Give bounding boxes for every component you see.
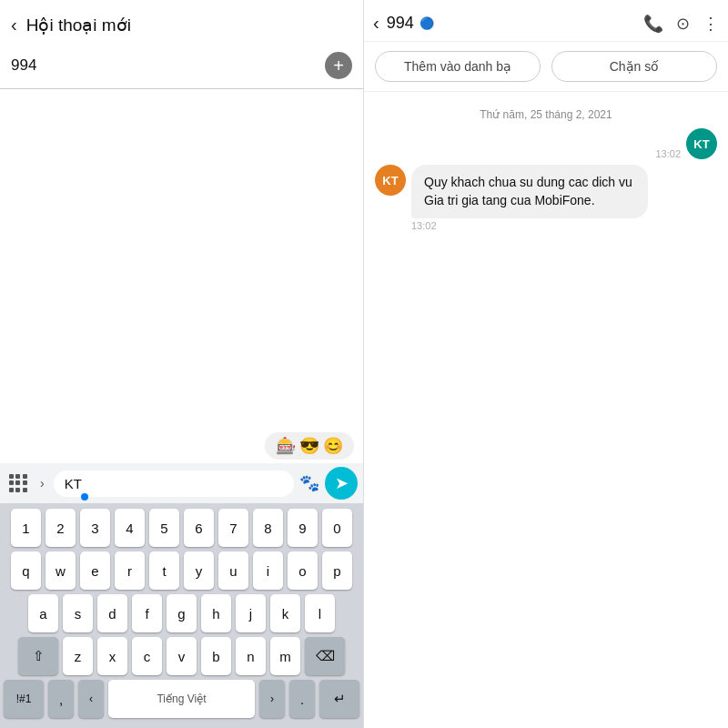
add-to-contacts-button[interactable]: Thêm vào danh bạ — [375, 51, 541, 82]
key-0[interactable]: 0 — [322, 509, 352, 547]
bottom-row: !#1 , ‹ Tiếng Việt › . ↵ — [4, 680, 359, 718]
key-i[interactable]: i — [253, 551, 283, 590]
recipient-input[interactable] — [11, 56, 318, 75]
key-d[interactable]: d — [97, 594, 127, 632]
row-qwerty: q w e r t y u i o p — [4, 551, 359, 590]
key-z[interactable]: z — [63, 637, 93, 675]
key-k[interactable]: k — [270, 594, 300, 632]
back-icon-left[interactable]: ‹ — [11, 15, 17, 35]
action-buttons: Thêm vào danh bạ Chặn số — [364, 42, 728, 92]
more-icon[interactable]: ⋮ — [703, 14, 719, 34]
emoji-suggestion-row: 🎰 😎 😊 — [0, 429, 363, 463]
key-w[interactable]: w — [46, 551, 76, 590]
key-h[interactable]: h — [201, 594, 231, 632]
key-q[interactable]: q — [11, 551, 41, 590]
sticker-icon[interactable]: 🐾 — [299, 473, 319, 493]
key-space[interactable]: Tiếng Việt — [108, 680, 255, 718]
right-header-icons: 📞 ⊙ ⋮ — [643, 14, 719, 34]
key-5[interactable]: 5 — [149, 509, 179, 547]
avatar-kt-right: KT — [686, 128, 717, 159]
key-v[interactable]: v — [167, 637, 197, 675]
row-asdf: a s d f g h j k l — [4, 594, 359, 632]
emoji-pill[interactable]: 🎰 😎 😊 — [265, 432, 354, 460]
key-g[interactable]: g — [167, 594, 197, 632]
video-icon[interactable]: ⊙ — [676, 14, 690, 34]
left-header: ‹ Hội thoại mới — [0, 0, 363, 43]
key-e[interactable]: e — [80, 551, 110, 590]
block-number-button[interactable]: Chặn số — [551, 51, 717, 82]
key-symbols[interactable]: !#1 — [4, 680, 44, 718]
key-a[interactable]: a — [28, 594, 58, 632]
message-row-left: KT Quy khach chua su dung cac dich vu Gi… — [375, 165, 717, 231]
right-title: 994 🔵 — [387, 14, 636, 33]
key-2[interactable]: 2 — [46, 509, 76, 547]
right-header: ‹ 994 🔵 📞 ⊙ ⋮ — [364, 0, 728, 42]
message-bubble-left: Quy khach chua su dung cac dich vu Gia t… — [411, 165, 648, 218]
key-7[interactable]: 7 — [218, 509, 248, 547]
chat-area: Thứ năm, 25 tháng 2, 2021 13:02 KT KT Qu… — [364, 92, 728, 728]
add-recipient-button[interactable]: + — [325, 52, 352, 79]
key-l[interactable]: l — [305, 594, 335, 632]
key-4[interactable]: 4 — [115, 509, 145, 547]
key-shift[interactable]: ⇧ — [18, 637, 58, 675]
keyboard-keys: 1 2 3 4 5 6 7 8 9 0 q w e r t y u i o — [0, 503, 363, 728]
key-c[interactable]: c — [132, 637, 162, 675]
left-panel: ‹ Hội thoại mới + 🎰 😎 😊 › KT — [0, 0, 364, 728]
verified-icon: 🔵 — [420, 16, 434, 30]
message-input-text: KT — [65, 476, 82, 491]
msg-left-footer: 13:02 — [411, 220, 648, 231]
cursor-dot — [81, 493, 88, 500]
phone-icon[interactable]: 📞 — [643, 14, 663, 34]
left-input-row: + — [0, 43, 363, 89]
key-8[interactable]: 8 — [253, 509, 283, 547]
keyboard-arrow[interactable]: › — [36, 472, 48, 494]
back-icon-right[interactable]: ‹ — [373, 13, 379, 34]
key-n[interactable]: n — [236, 637, 266, 675]
message-input-wrapper[interactable]: KT — [54, 470, 294, 497]
key-b[interactable]: b — [201, 637, 231, 675]
key-comma[interactable]: , — [48, 680, 74, 718]
key-u[interactable]: u — [218, 551, 248, 590]
left-title: Hội thoại mới — [26, 15, 131, 35]
msg-time-left: 13:02 — [411, 220, 437, 231]
key-j[interactable]: j — [236, 594, 266, 632]
keyboard-grid-icon[interactable] — [5, 470, 31, 496]
number-row: 1 2 3 4 5 6 7 8 9 0 — [4, 509, 359, 547]
key-1[interactable]: 1 — [11, 509, 41, 547]
sticker-icon-small: 🎰 — [276, 436, 296, 456]
message-row-right: 13:02 KT — [375, 128, 717, 159]
key-right-arrow[interactable]: › — [259, 680, 285, 718]
key-x[interactable]: x — [97, 637, 127, 675]
key-o[interactable]: o — [288, 551, 318, 590]
message-left-content: Quy khach chua su dung cac dich vu Gia t… — [411, 165, 648, 231]
contact-name: 994 — [387, 14, 414, 33]
key-p[interactable]: p — [322, 551, 352, 590]
key-3[interactable]: 3 — [80, 509, 110, 547]
key-9[interactable]: 9 — [288, 509, 318, 547]
left-content-area — [0, 89, 363, 429]
avatar-mobifone: KT — [375, 165, 406, 196]
row-zxcv: ⇧ z x c v b n m ⌫ — [4, 637, 359, 675]
keyboard-toolbar: › KT 🐾 ➤ — [0, 463, 363, 503]
key-f[interactable]: f — [132, 594, 162, 632]
emoji-1: 😎 — [299, 436, 319, 456]
key-left-arrow[interactable]: ‹ — [78, 680, 104, 718]
key-delete[interactable]: ⌫ — [305, 637, 345, 675]
key-6[interactable]: 6 — [184, 509, 214, 547]
keyboard-area: 🎰 😎 😊 › KT 🐾 ➤ 1 2 3 — [0, 429, 363, 728]
key-s[interactable]: s — [63, 594, 93, 632]
key-r[interactable]: r — [115, 551, 145, 590]
key-period[interactable]: . — [289, 680, 315, 718]
key-y[interactable]: y — [184, 551, 214, 590]
msg-time-right: 13:02 — [655, 148, 681, 159]
key-m[interactable]: m — [270, 637, 300, 675]
right-panel: ‹ 994 🔵 📞 ⊙ ⋮ Thêm vào danh bạ Chặn số T… — [364, 0, 728, 728]
date-label: Thứ năm, 25 tháng 2, 2021 — [375, 108, 717, 121]
key-t[interactable]: t — [149, 551, 179, 590]
send-button[interactable]: ➤ — [325, 467, 358, 500]
key-enter[interactable]: ↵ — [319, 680, 359, 718]
emoji-2: 😊 — [323, 436, 343, 456]
